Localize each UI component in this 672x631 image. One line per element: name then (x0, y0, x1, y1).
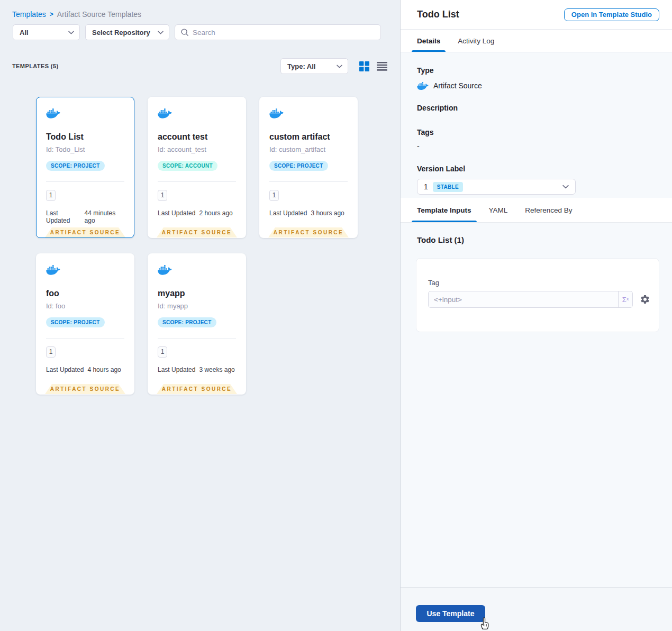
tag-settings-button[interactable] (640, 294, 650, 305)
version-count-chip: 1 (269, 190, 279, 201)
templates-page: { "breadcrumb": { "root": "Templates", "… (0, 0, 672, 631)
template-name: Todo List (46, 132, 124, 142)
tags-label: Tags (417, 128, 659, 136)
breadcrumb: Templates > Artifact Source Templates (0, 0, 400, 19)
scope-badge: SCOPE: PROJECT (46, 161, 105, 171)
template-card-myapp[interactable]: myapp Id: myapp SCOPE: PROJECT 1 Last Up… (148, 253, 246, 395)
breadcrumb-separator-icon: > (50, 11, 53, 18)
template-id: Id: Todo_List (46, 145, 124, 153)
divider (269, 181, 348, 182)
version-count-chip: 1 (46, 346, 56, 358)
artifact-source-ribbon: ARTIFACT SOURCE (157, 384, 237, 394)
last-updated: Last Updated 3 hours ago (269, 209, 348, 217)
last-updated-label: Last Updated (158, 366, 195, 373)
tab-template-inputs[interactable]: Template Inputs (417, 198, 471, 222)
last-updated-value: 3 hours ago (311, 209, 344, 217)
last-updated: Last Updated 2 hours ago (158, 209, 236, 217)
expression-input-type-button[interactable]: Σˣ (618, 291, 632, 307)
version-label: Version Label (417, 164, 659, 173)
description-label: Description (417, 104, 659, 112)
last-updated-label: Last Updated (46, 209, 81, 224)
template-card-foo[interactable]: foo Id: foo SCOPE: PROJECT 1 Last Update… (36, 253, 134, 395)
tag-input-wrapper: Σˣ (428, 291, 633, 308)
template-name: custom artifact (269, 132, 348, 142)
template-name: account test (158, 132, 236, 142)
panel-footer: Use Template (401, 587, 672, 631)
scope-filter-value: All (20, 29, 29, 36)
list-view-icon (377, 62, 387, 71)
last-updated-value: 44 minutes ago (85, 209, 124, 224)
docker-icon (158, 108, 172, 119)
tags-value: - (417, 142, 659, 150)
scope-badge: SCOPE: PROJECT (158, 317, 216, 327)
version-select[interactable]: 1 STABLE (417, 179, 576, 195)
grid-view-button[interactable] (359, 61, 369, 71)
type-filter-select[interactable]: Type: All (280, 58, 348, 74)
template-inputs-section: Todo List (1) Tag Σˣ (401, 223, 672, 587)
scope-badge: SCOPE: PROJECT (269, 161, 328, 171)
docker-icon (46, 264, 60, 276)
version-count-chip: 1 (46, 190, 56, 201)
artifact-source-ribbon: ARTIFACT SOURCE (45, 384, 125, 394)
search-icon (180, 28, 189, 36)
tab-referenced-by[interactable]: Referenced By (525, 198, 572, 222)
gear-icon (640, 294, 650, 305)
last-updated-label: Last Updated (269, 209, 307, 217)
tab-yaml[interactable]: YAML (489, 198, 508, 222)
last-updated-value: 4 hours ago (87, 366, 121, 373)
tag-input[interactable] (429, 291, 618, 307)
divider (158, 338, 236, 339)
last-updated-label: Last Updated (46, 366, 84, 373)
chevron-down-icon (158, 31, 164, 34)
last-updated: Last Updated 4 hours ago (46, 366, 124, 373)
template-card-custom-artifact[interactable]: custom artifact Id: custom_artifact SCOP… (259, 97, 358, 238)
divider (158, 181, 236, 182)
version-number: 1 (424, 182, 428, 191)
templates-count: TEMPLATES (5) (12, 63, 280, 69)
tab-details[interactable]: Details (417, 30, 440, 52)
template-details-panel: Todo List Open in Template Studio Detail… (400, 0, 672, 631)
last-updated: Last Updated 3 weeks ago (158, 366, 236, 373)
details-header: Todo List Open in Template Studio (401, 0, 672, 30)
template-id: Id: account_test (158, 145, 236, 153)
divider (46, 181, 124, 182)
stable-badge: STABLE (433, 182, 463, 192)
template-sub-tabs: Template Inputs YAML Referenced By (401, 198, 672, 223)
breadcrumb-templates-link[interactable]: Templates (12, 10, 46, 19)
docker-icon (46, 108, 60, 119)
docker-icon (269, 108, 284, 119)
chevron-down-icon (68, 31, 74, 34)
type-label: Type (417, 66, 659, 75)
details-tabs: Details Activity Log (401, 30, 672, 52)
scope-filter-select[interactable]: All (13, 24, 80, 40)
grid-view-icon (359, 61, 369, 71)
artifact-source-ribbon: ARTIFACT SOURCE (268, 227, 349, 237)
open-in-template-studio-button[interactable]: Open in Template Studio (564, 8, 659, 21)
template-card-account-test[interactable]: account test Id: account_test SCOPE: ACC… (148, 97, 246, 238)
template-cards-grid: Todo List Id: Todo_List SCOPE: PROJECT 1… (36, 97, 358, 395)
version-count-chip: 1 (158, 190, 167, 201)
type-filter-value: Type: All (287, 62, 315, 70)
tag-field-label: Tag (428, 279, 653, 287)
search-input[interactable] (193, 29, 375, 36)
repository-filter-select[interactable]: Select Repository (85, 24, 169, 40)
use-template-button[interactable]: Use Template (416, 605, 485, 622)
tab-activity-log[interactable]: Activity Log (458, 30, 494, 52)
inputs-heading: Todo List (1) (416, 235, 659, 244)
scope-badge: SCOPE: ACCOUNT (158, 161, 217, 171)
chevron-down-icon (562, 185, 569, 189)
template-id: Id: foo (46, 302, 124, 310)
filters-row: All Select Repository (13, 24, 381, 40)
last-updated-value: 2 hours ago (199, 209, 232, 217)
list-view-button[interactable] (377, 62, 387, 71)
scope-badge: SCOPE: PROJECT (46, 317, 105, 327)
repository-filter-value: Select Repository (92, 29, 150, 36)
type-value-row: Artifact Source (417, 80, 659, 91)
docker-icon (417, 81, 429, 90)
artifact-source-ribbon: ARTIFACT SOURCE (157, 227, 237, 237)
template-card-todo-list[interactable]: Todo List Id: Todo_List SCOPE: PROJECT 1… (36, 97, 134, 238)
template-id: Id: custom_artifact (269, 145, 348, 153)
tag-field-row: Σˣ (428, 291, 653, 308)
last-updated: Last Updated 44 minutes ago (46, 209, 124, 224)
templates-toolbar: TEMPLATES (5) Type: All (12, 58, 387, 74)
